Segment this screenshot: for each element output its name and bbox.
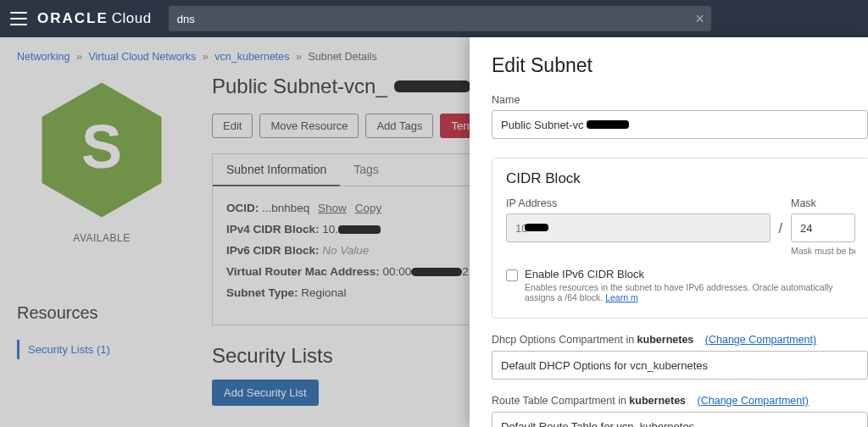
crumb-vcn-kubernetes[interactable]: vcn_kubernetes [214,51,289,63]
route-table-select[interactable]: Default Route Table for vcn_kubernetes [492,412,868,427]
cidr-heading: CIDR Block [506,170,855,187]
ip-label: IP Address [506,197,771,209]
add-tags-button[interactable]: Add Tags [365,114,433,138]
ipv6-checkbox[interactable] [506,269,518,281]
move-resource-button[interactable]: Move Resource [259,114,359,138]
redacted-ipv4 [338,225,381,234]
tab-tags[interactable]: Tags [340,154,392,186]
dhcp-options-select[interactable]: Default DHCP Options for vcn_kubernetes [492,351,868,380]
redacted-name [587,120,629,129]
left-column: S AVAILABLE Resources Security Lists (1) [17,69,186,406]
tab-subnet-info[interactable]: Subnet Information [213,154,340,186]
resource-hex-icon: S [38,78,165,222]
search-container: × [169,6,711,31]
ipv6-checkbox-row[interactable]: Enable IPv6 CIDR Block Enables resources… [506,268,855,302]
clear-search-icon[interactable]: × [695,10,704,27]
hamburger-icon[interactable] [10,12,27,25]
resources-list: Security Lists (1) [17,340,186,359]
top-bar: ORACLE Cloud × [0,0,868,37]
redacted-title [394,80,470,92]
redacted-ip [525,224,548,231]
edit-button[interactable]: Edit [212,114,253,138]
brand-sub: Cloud [112,10,152,27]
hex-letter: S [81,112,122,181]
brand-main: ORACLE [37,10,108,27]
crumb-current: Subnet Details [308,51,376,63]
dhcp-compartment-line: Dhcp Options Compartment in kubernetes (… [492,334,868,346]
crumb-vcns[interactable]: Virtual Cloud Networks [88,51,196,63]
add-security-list-button[interactable]: Add Security List [212,380,319,406]
status-badge: AVAILABLE [73,232,130,244]
crumb-networking[interactable]: Networking [17,51,70,63]
name-input[interactable] [492,110,868,139]
change-rt-compartment-link[interactable]: (Change Compartment) [698,395,809,407]
mask-label: Mask [791,197,855,209]
ipv6-check-label: Enable IPv6 CIDR Block [525,268,855,280]
ocid-copy-link[interactable]: Copy [355,202,382,214]
mask-input[interactable] [791,214,855,242]
sidebar-item-security-lists[interactable]: Security Lists (1) [17,340,186,359]
resources-heading: Resources [17,303,98,323]
ocid-show-link[interactable]: Show [318,202,347,214]
search-input[interactable] [169,6,711,31]
mask-hint: Mask must be between 16 a [791,246,855,256]
panel-title: Edit Subnet [492,54,868,77]
name-label: Name [492,94,868,106]
cidr-block-box: CIDR Block IP Address / Mask Mask must b… [492,158,868,319]
change-dhcp-compartment-link[interactable]: (Change Compartment) [705,334,816,346]
route-table-compartment-line: Route Table Compartment in kubernetes (C… [492,395,868,407]
ipv6-check-sub: Enables resources in the subnet to have … [525,282,855,302]
brand-logo: ORACLE Cloud [37,10,152,27]
cidr-slash: / [779,197,782,236]
redacted-mac [411,268,462,276]
edit-subnet-panel: Edit Subnet Name CIDR Block IP Address /… [470,37,868,427]
learn-more-link[interactable]: Learn m [605,292,638,302]
